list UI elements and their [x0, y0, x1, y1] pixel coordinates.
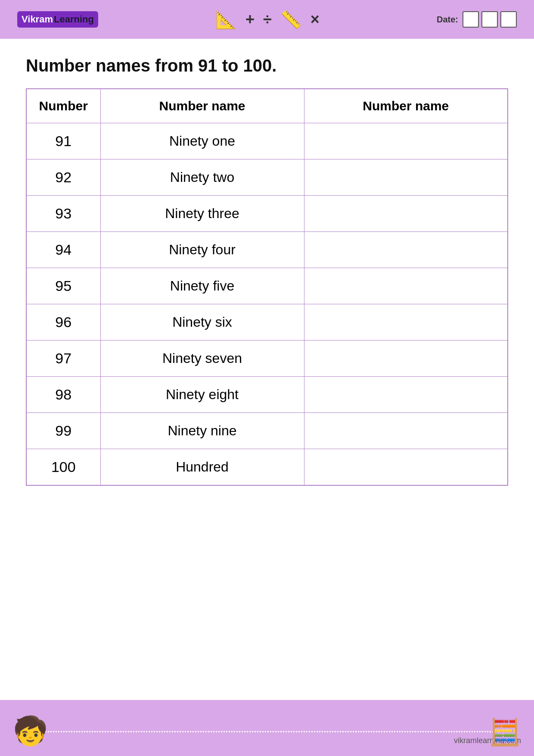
date-section: Date:	[437, 11, 517, 28]
header-icons: 📐 + ÷ 📏 ×	[111, 9, 424, 30]
cell-number: 99	[26, 413, 100, 449]
cell-blank[interactable]	[304, 449, 508, 486]
date-box-2[interactable]	[481, 11, 498, 28]
main-content: Number names from 91 to 100. Number Numb…	[0, 39, 534, 503]
footer-calculator: 🧮	[489, 717, 521, 747]
table-row: 96Ninety six	[26, 304, 508, 341]
logo-vikram: Vikram	[22, 14, 53, 25]
cell-number: 95	[26, 268, 100, 304]
footer-content: 🧒 vikramlearning.com 🧮	[0, 715, 534, 752]
cell-name: Ninety four	[100, 232, 304, 268]
cell-blank[interactable]	[304, 304, 508, 341]
table-row: 97Ninety seven	[26, 341, 508, 377]
page-title: Number names from 91 to 100.	[26, 56, 508, 75]
cell-name: Ninety one	[100, 123, 304, 159]
cell-name: Ninety seven	[100, 341, 304, 377]
table-row: 93Ninety three	[26, 196, 508, 232]
cell-name: Hundred	[100, 449, 304, 486]
col-header-name2: Number name	[304, 89, 508, 123]
cell-blank[interactable]	[304, 413, 508, 449]
cell-number: 96	[26, 304, 100, 341]
cell-number: 92	[26, 159, 100, 196]
cell-blank[interactable]	[304, 232, 508, 268]
number-table: Number Number name Number name 91Ninety …	[26, 88, 508, 486]
logo: Vikram Learning	[17, 11, 98, 28]
cell-blank[interactable]	[304, 123, 508, 159]
table-row: 99Ninety nine	[26, 413, 508, 449]
table-row: 91Ninety one	[26, 123, 508, 159]
table-header-row: Number Number name Number name	[26, 89, 508, 123]
footer-character: 🧒	[13, 715, 48, 747]
cell-number: 91	[26, 123, 100, 159]
table-row: 92Ninety two	[26, 159, 508, 196]
cell-name: Ninety five	[100, 268, 304, 304]
table-row: 98Ninety eight	[26, 377, 508, 413]
cell-number: 97	[26, 341, 100, 377]
cell-name: Ninety two	[100, 159, 304, 196]
date-box-1[interactable]	[463, 11, 479, 28]
table-row: 95Ninety five	[26, 268, 508, 304]
cell-number: 100	[26, 449, 100, 486]
footer: 🧒 vikramlearning.com 🧮	[0, 700, 534, 756]
cell-blank[interactable]	[304, 196, 508, 232]
cell-blank[interactable]	[304, 341, 508, 377]
table-row: 100Hundred	[26, 449, 508, 486]
date-boxes	[463, 11, 517, 28]
cell-number: 94	[26, 232, 100, 268]
date-box-3[interactable]	[500, 11, 517, 28]
cell-number: 93	[26, 196, 100, 232]
multiply-icon: ×	[310, 10, 320, 28]
triangle-icon: 📐	[215, 9, 237, 30]
header: Vikram Learning 📐 + ÷ 📏 × Date:	[0, 0, 534, 39]
col-header-name1: Number name	[100, 89, 304, 123]
table-row: 94Ninety four	[26, 232, 508, 268]
plus-icon: +	[245, 10, 255, 28]
divide-icon: ÷	[263, 10, 272, 28]
cell-name: Ninety eight	[100, 377, 304, 413]
cell-name: Ninety three	[100, 196, 304, 232]
cell-name: Ninety six	[100, 304, 304, 341]
date-label: Date:	[437, 15, 458, 25]
cell-blank[interactable]	[304, 377, 508, 413]
cell-blank[interactable]	[304, 268, 508, 304]
cell-name: Ninety nine	[100, 413, 304, 449]
cell-blank[interactable]	[304, 159, 508, 196]
ruler-icon: 📏	[280, 9, 302, 30]
col-header-number: Number	[26, 89, 100, 123]
cell-number: 98	[26, 377, 100, 413]
logo-learning: Learning	[54, 14, 94, 25]
